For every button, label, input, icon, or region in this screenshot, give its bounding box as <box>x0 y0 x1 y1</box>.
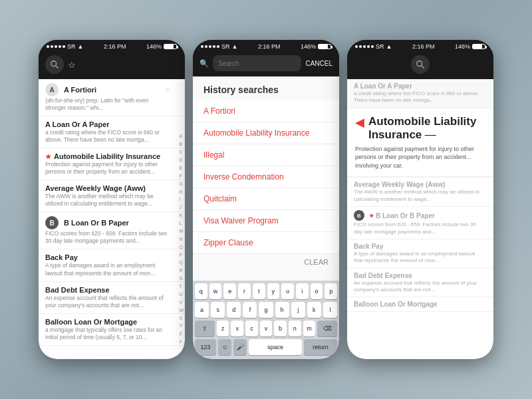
carrier-label-2: SR <box>221 43 230 50</box>
cancel-button-2[interactable]: CANCEL <box>305 60 332 67</box>
signal-dots-2 <box>201 45 219 48</box>
favorite-star-icon-1: ☆ <box>68 60 76 70</box>
key-l[interactable]: l <box>323 302 337 318</box>
key-j[interactable]: j <box>291 302 305 318</box>
history-item[interactable]: Visa Waiver Program <box>193 210 339 232</box>
history-item[interactable]: Quitclaim <box>193 188 339 210</box>
key-c[interactable]: c <box>245 321 258 336</box>
item-desc: Protection against payment for injury to… <box>45 161 170 176</box>
list-item[interactable]: A A Fortiori ☆ (ah-for-she-ory) prep. La… <box>39 79 185 116</box>
item-desc: FICO scores from 620 - 659. Factors incl… <box>354 221 480 235</box>
key-o[interactable]: o <box>311 283 323 299</box>
key-i[interactable]: i <box>296 283 309 299</box>
item-title: Back Pay <box>45 253 170 261</box>
search-icon-3[interactable] <box>411 55 430 74</box>
key-backspace[interactable]: ⌫ <box>317 321 337 336</box>
key-y[interactable]: y <box>267 283 280 299</box>
status-bar-1: SR ▲ 2:16 PM 146% <box>39 40 185 52</box>
key-mic[interactable]: 🎤 <box>233 339 247 355</box>
search-icon-2: 🔍 <box>200 59 209 68</box>
key-w[interactable]: w <box>209 283 222 299</box>
status-left-2: SR ▲ <box>201 43 237 50</box>
search-bar-3[interactable] <box>347 52 493 79</box>
item-title: B B Loan Or B Paper <box>45 216 170 229</box>
history-item[interactable]: Automobile Liability Insurance <box>193 122 339 144</box>
item-desc: An expense account that reflects the amo… <box>354 280 480 294</box>
key-f[interactable]: f <box>243 302 257 318</box>
item-desc: An expense account that reflects the amo… <box>45 295 170 309</box>
item-title: A A Fortiori ☆ <box>45 83 170 96</box>
clear-button[interactable]: CLEAR <box>193 254 339 270</box>
list-item-top[interactable]: A Loan Or A Paper a credit rating where … <box>347 79 493 108</box>
phones-container: SR ▲ 2:16 PM 146% ☆ ABCDE FG <box>39 40 493 359</box>
search-icon-1[interactable] <box>45 55 64 74</box>
selection-arrow-icon: ◀ <box>355 116 364 128</box>
key-emoji[interactable]: ☺ <box>218 339 231 355</box>
search-bar-2[interactable]: 🔍 Search CANCEL <box>193 52 339 76</box>
battery-pct-3: 146% <box>455 43 470 50</box>
search-bar-1[interactable]: ☆ <box>39 52 185 79</box>
list-item[interactable]: Average Weekly Wage (Aww) The AWW is ano… <box>39 180 185 212</box>
key-r[interactable]: r <box>238 283 251 299</box>
battery-icon-1 <box>164 44 177 49</box>
item-desc: FICO scores from 620 - 659. Factors incl… <box>45 230 170 245</box>
list-item[interactable]: B B Loan Or B Paper FICO scores from 620… <box>39 212 185 249</box>
key-shift[interactable]: ⇧ <box>195 321 215 336</box>
item-desc: a credit rating where the FICO score is … <box>45 129 170 144</box>
list-item[interactable]: A Loan Or A Paper a credit rating where … <box>39 116 185 148</box>
key-d[interactable]: d <box>227 302 241 318</box>
star-empty-1[interactable]: ☆ <box>165 86 170 93</box>
key-b[interactable]: b <box>274 321 287 336</box>
list-item[interactable]: B ★ B Loan Or B Paper FICO scores from 6… <box>347 207 493 239</box>
key-v[interactable]: v <box>260 321 273 336</box>
key-q[interactable]: q <box>195 283 207 299</box>
key-123[interactable]: 123 <box>195 339 216 355</box>
key-s[interactable]: s <box>211 302 225 318</box>
key-x[interactable]: x <box>231 321 243 336</box>
history-item[interactable]: Illegal <box>193 144 339 166</box>
key-g[interactable]: g <box>259 302 273 318</box>
list-item[interactable]: Bad Debt Expense An expense account that… <box>39 282 185 314</box>
key-m[interactable]: m <box>303 321 316 336</box>
list-item[interactable]: Balloon Loan Or Mortgage <box>347 297 493 312</box>
key-t[interactable]: t <box>253 283 265 299</box>
phone-3: SR ▲ 2:16 PM 146% A Loan Or A P <box>347 40 493 359</box>
status-left-3: SR ▲ <box>355 43 392 50</box>
key-u[interactable]: u <box>281 283 294 299</box>
history-item[interactable]: Inverse Condemnation <box>193 166 339 188</box>
phone-1: SR ▲ 2:16 PM 146% ☆ ABCDE FG <box>39 40 185 359</box>
keyboard-row-3: ⇧ z x c v b n m ⌫ <box>195 321 337 336</box>
key-space[interactable]: space <box>249 339 302 355</box>
wifi-icon-2: ▲ <box>232 43 238 50</box>
status-bar-3: SR ▲ 2:16 PM 146% <box>347 40 493 52</box>
key-a[interactable]: a <box>195 302 209 318</box>
history-item[interactable]: Zipper Clause <box>193 232 339 254</box>
carrier-label-3: SR <box>376 43 384 50</box>
search-field-2[interactable]: Search <box>213 55 301 71</box>
item-title: ★ Automobile Liability Insurance <box>45 152 170 160</box>
key-k[interactable]: k <box>307 302 321 318</box>
list-item[interactable]: Back Pay A type of damages award in an e… <box>39 249 185 281</box>
list-item[interactable]: Balloon Loan Or Mortgage a mortgage that… <box>39 314 185 346</box>
svg-line-1 <box>56 66 59 68</box>
key-h[interactable]: h <box>275 302 289 318</box>
detail-description: Protection against payment for injury to… <box>355 145 485 170</box>
list-content-1: ABCDE FGHIJ KLMNO PQRST UVWXY Z# A A For… <box>39 79 185 359</box>
history-item[interactable]: A Fortiori <box>193 100 339 122</box>
list-item[interactable]: Bad Debt Expense An expense account that… <box>347 269 493 298</box>
detail-title-row: ◀ Automobile Liability Insurance — <box>355 115 485 142</box>
key-p[interactable]: p <box>325 283 337 299</box>
list-item[interactable]: Back Pay A type of damages award in an e… <box>347 239 493 269</box>
detail-content: A Loan Or A Paper a credit rating where … <box>347 79 493 359</box>
key-e[interactable]: e <box>223 283 236 299</box>
key-n[interactable]: n <box>289 321 301 336</box>
item-desc: A type of damages award in an employment… <box>354 251 480 265</box>
key-z[interactable]: z <box>217 321 229 336</box>
list-item[interactable]: ★ Automobile Liability Insurance Protect… <box>39 148 185 180</box>
letter-badge-b3: B <box>354 210 364 221</box>
item-desc: The AWW is another method which may be u… <box>45 193 170 207</box>
time-label-1: 2:16 PM <box>104 43 126 50</box>
list-item[interactable]: Average Weekly Wage (Aww) The AWW is ano… <box>347 178 493 207</box>
key-return[interactable]: return <box>304 339 337 355</box>
detail-highlighted-item[interactable]: ◀ Automobile Liability Insurance — Prote… <box>347 108 493 178</box>
